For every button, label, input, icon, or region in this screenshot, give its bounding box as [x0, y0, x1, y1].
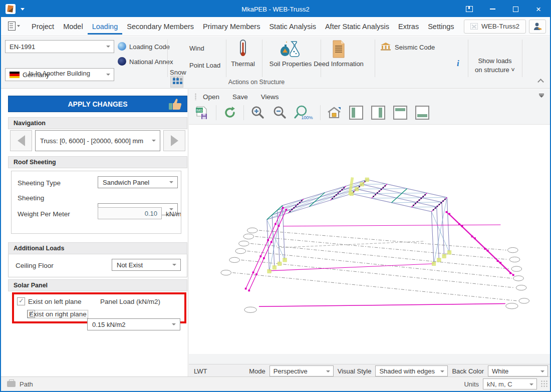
- visual-style-select[interactable]: Shaded with edges: [375, 365, 448, 376]
- wind-button[interactable]: Wind: [189, 45, 204, 52]
- view-left-icon: [348, 105, 364, 121]
- loading-code-value: EN-1991: [10, 43, 35, 51]
- tab-settings[interactable]: Settings: [423, 19, 458, 35]
- tab-primary-members[interactable]: Primary Members: [198, 19, 264, 35]
- view-right-button[interactable]: [370, 104, 387, 121]
- loading-code-label: Loading Code: [129, 43, 170, 51]
- additional-loads-header: Additional Loads: [8, 242, 187, 254]
- toolbar-separator: [216, 105, 216, 120]
- ribbon-separator: [167, 40, 168, 77]
- truss-select-value: Truss: [0, 6000] - [20000, 6000] mm: [40, 137, 143, 145]
- lwt-toggle[interactable]: LWT: [194, 367, 207, 375]
- save-menu[interactable]: Save: [232, 93, 248, 101]
- sheeting-type-value: Sandwich Panel: [103, 179, 149, 186]
- save-image-button[interactable]: IMG: [194, 104, 211, 121]
- ribbon-separator: [262, 40, 262, 77]
- thermal-button[interactable]: Thermal: [227, 40, 258, 68]
- views-menu[interactable]: Views: [261, 93, 279, 101]
- ribbon: EN-1991 Loading Code Germany National An…: [1, 37, 550, 89]
- point-load-button[interactable]: Point Load: [189, 62, 220, 69]
- viewport-toolbar: IMG: [194, 104, 431, 121]
- units-select[interactable]: kN, m, C: [483, 378, 537, 389]
- project-name-label: WEB-Truss2: [481, 23, 519, 30]
- toolbar-overflow-icon[interactable]: [539, 95, 544, 98]
- weight-per-meter-label: Weight Per Meter: [18, 210, 70, 218]
- collapse-ribbon-icon[interactable]: [537, 79, 544, 85]
- germany-flag-icon: [10, 72, 20, 78]
- viewport-panel: Open Save Views IMG: [189, 89, 550, 377]
- truss-select[interactable]: Truss: [0, 6000] - [20000, 6000] mm: [35, 130, 160, 151]
- dropdown-caret-icon: [106, 46, 110, 48]
- panel-load-value: 0.15 kN/m2: [92, 321, 125, 328]
- apply-changes-label: APPLY CHANGES: [68, 100, 127, 108]
- panel-load-label: Panel Load (kN/m2): [100, 298, 160, 305]
- dropdown-caret-icon: [152, 140, 156, 142]
- show-loads-button[interactable]: Show loads on structure ˅: [472, 57, 518, 74]
- ribbon-separator: [522, 40, 522, 77]
- tab-project[interactable]: Project: [27, 19, 59, 35]
- next-truss-button[interactable]: [163, 130, 185, 151]
- refresh-button[interactable]: [221, 104, 238, 121]
- tab-after-static-analysis[interactable]: After Static Analysis: [321, 19, 394, 35]
- units-label: Units: [464, 380, 479, 388]
- snow-grid-icon[interactable]: [170, 76, 183, 88]
- view-top-button[interactable]: [392, 104, 409, 121]
- snow-button[interactable]: Snow: [170, 69, 186, 76]
- exist-left-plane-checkbox[interactable]: [17, 297, 25, 305]
- mode-select[interactable]: Perspective: [269, 365, 334, 376]
- deed-document-icon: [331, 40, 346, 59]
- loading-code-select[interactable]: EN-1991: [5, 40, 114, 53]
- view-top-icon: [392, 105, 408, 121]
- user-account-button[interactable]: [529, 20, 546, 34]
- tab-model[interactable]: Model: [59, 19, 88, 35]
- model-viewport[interactable]: [189, 124, 550, 354]
- file-menu-button[interactable]: [7, 21, 20, 33]
- show-loads-line2: on structure ˅: [472, 66, 518, 75]
- panel-load-select[interactable]: 0.15 kN/m2: [87, 318, 180, 330]
- weight-per-meter-input[interactable]: 0.10: [98, 207, 162, 219]
- sheeting-type-label: Sheeting Type: [18, 179, 61, 187]
- dropdown-caret-icon: [529, 383, 533, 385]
- zoom-in-button[interactable]: [249, 104, 266, 121]
- seismic-building-icon: [380, 43, 391, 51]
- file-menu-icon: [8, 22, 16, 31]
- tab-static-analysis[interactable]: Static Analysis: [264, 19, 321, 35]
- ribbon-group-caption: Actions on Structure: [206, 79, 307, 86]
- view-bottom-button[interactable]: [414, 104, 431, 121]
- ceiling-floor-value: Not Exist: [117, 261, 143, 269]
- menu-bar: Project Model Loading Secondary Members …: [1, 17, 550, 36]
- tab-loading[interactable]: Loading: [88, 19, 123, 35]
- view-left-button[interactable]: [348, 104, 365, 121]
- resize-grip[interactable]: [541, 380, 548, 387]
- open-menu[interactable]: Open: [203, 93, 219, 101]
- seismic-code-label: Seismic Code: [395, 44, 435, 51]
- title-bar: MkaPEB - WEB-Truss2 ×: [1, 1, 550, 17]
- apply-changes-button[interactable]: APPLY CHANGES: [8, 96, 187, 112]
- content-area: APPLY CHANGES Navigation Truss: [0, 6000…: [1, 89, 550, 377]
- deed-information-button[interactable]: Deed Information: [306, 40, 372, 68]
- sheeting-type-select[interactable]: Sandwich Panel: [98, 176, 178, 188]
- sheeting-label: Sheeting: [18, 194, 44, 202]
- project-name-button[interactable]: WEB-Truss2: [464, 20, 526, 34]
- visual-style-label: Visual Style: [338, 367, 372, 375]
- ribbon-separator: [468, 40, 468, 77]
- zoom-out-button[interactable]: [271, 104, 288, 121]
- zoom-100-button[interactable]: 100%: [293, 104, 315, 121]
- view-right-icon: [370, 105, 386, 121]
- ceiling-floor-label: Ceiling Floor: [16, 262, 54, 269]
- zoom-extents-button[interactable]: [326, 104, 343, 121]
- weight-unit-label: kN/m: [166, 210, 181, 218]
- ribbon-separator: [375, 40, 375, 77]
- thermal-label: Thermal: [227, 60, 258, 68]
- previous-truss-button[interactable]: [10, 130, 32, 151]
- info-icon[interactable]: i: [457, 59, 459, 69]
- ceiling-floor-select[interactable]: Not Exist: [112, 259, 181, 271]
- thermometer-icon: [237, 40, 248, 59]
- truss-wireframe-drawing: [189, 125, 550, 354]
- view-bottom-icon: [414, 105, 430, 121]
- back-color-label: Back Color: [452, 367, 484, 375]
- tab-extras[interactable]: Extras: [394, 19, 423, 35]
- globe-icon: [118, 42, 126, 51]
- tab-secondary-members[interactable]: Secondary Members: [122, 19, 198, 35]
- back-color-select[interactable]: White: [488, 365, 548, 376]
